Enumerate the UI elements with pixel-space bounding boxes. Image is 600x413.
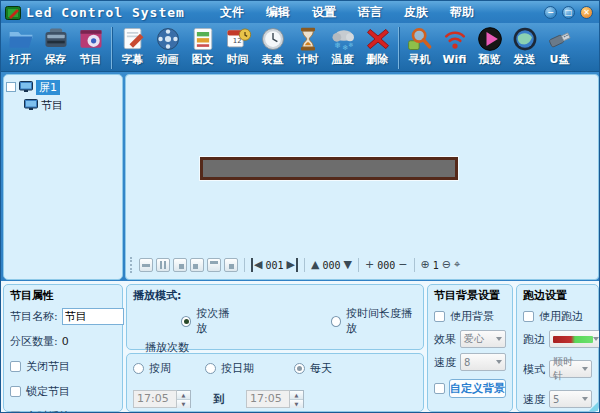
program-name-label: 节目名称: <box>10 309 58 324</box>
toolbar-time[interactable]: 12 时间 <box>220 25 255 71</box>
toolbar-graphic[interactable]: 图文 <box>185 25 220 71</box>
last-frame-button[interactable]: ▶ <box>287 258 298 272</box>
play-by-duration-radio-row[interactable]: 按时间长度播放 <box>331 306 417 336</box>
maximize-button[interactable]: □ <box>562 6 575 19</box>
close-program-checkbox[interactable] <box>10 361 21 372</box>
timed-play-label: 定时播放 <box>26 409 70 413</box>
use-border-label: 使用跑边 <box>539 309 583 324</box>
weekly-radio[interactable] <box>133 363 144 374</box>
toolbar-timer[interactable]: 计时 <box>290 25 325 71</box>
play-by-duration-radio[interactable] <box>331 316 341 327</box>
menu-file[interactable]: 文件 <box>213 2 251 23</box>
spinner-buttons[interactable]: ▲▼ <box>290 390 304 408</box>
layout-button-6[interactable] <box>224 258 238 272</box>
screen-checkbox[interactable] <box>6 82 16 92</box>
time-to-value[interactable]: 17:05 <box>246 390 290 408</box>
toolbar-find-device[interactable]: 寻机 <box>402 25 437 71</box>
use-border-row[interactable]: 使用跑边 <box>523 309 592 324</box>
tree-item-label[interactable]: 屏1 <box>36 80 60 95</box>
zoom-out-button[interactable]: ⊖ <box>442 258 451 272</box>
clock-dial-icon <box>259 25 287 53</box>
effect-dropdown[interactable]: 爱心 <box>460 330 506 348</box>
toolbar-usb[interactable]: U盘 <box>542 25 577 71</box>
daily-radio[interactable] <box>294 363 305 374</box>
toolbar-dial[interactable]: 表盘 <box>255 25 290 71</box>
spinner-buttons[interactable]: ▲▼ <box>177 390 191 408</box>
move-up-button[interactable]: ▲ <box>311 258 319 272</box>
toolbar-save[interactable]: 保存 <box>38 25 73 71</box>
send-icon <box>511 25 539 53</box>
tree-item-label[interactable]: 节目 <box>41 98 63 113</box>
program-name-input[interactable] <box>62 308 124 325</box>
daily-radio-row[interactable]: 每天 <box>294 361 332 376</box>
toolbar-open[interactable]: 打开 <box>3 25 38 71</box>
toolbar-program[interactable]: 节目 <box>73 25 108 71</box>
layout-button-4[interactable] <box>190 258 204 272</box>
menu-language[interactable]: 语言 <box>351 2 389 23</box>
menu-bar: 文件 编辑 设置 语言 皮肤 帮助 <box>213 2 481 23</box>
toolbar-temperature[interactable]: ❄❄❄ 温度 <box>325 25 360 71</box>
lock-program-row[interactable]: 锁定节目 <box>10 384 116 399</box>
add-count: 000 <box>377 260 395 271</box>
layout-button-2[interactable] <box>156 258 170 272</box>
separator <box>304 258 305 272</box>
close-button[interactable]: ✕ <box>580 6 593 19</box>
weekly-radio-row[interactable]: 按周 <box>133 361 171 376</box>
layout-button-1[interactable] <box>139 258 153 272</box>
menu-settings[interactable]: 设置 <box>305 2 343 23</box>
zoom-in-button[interactable]: ⊕ <box>421 258 430 272</box>
timed-play-row[interactable]: 定时播放 <box>10 409 116 413</box>
panel-title: 跑边设置 <box>523 288 592 303</box>
toolbar-delete[interactable]: 删除 <box>360 25 395 71</box>
play-by-times-radio[interactable] <box>181 316 191 327</box>
menu-help[interactable]: 帮助 <box>443 2 481 23</box>
resize-grip[interactable] <box>589 402 598 411</box>
tree-item-screen1[interactable]: 屏1 <box>6 79 120 95</box>
fit-view-button[interactable]: ⌖ <box>454 258 460 272</box>
toolbar-subtitle[interactable]: 字幕 <box>115 25 150 71</box>
panel-title: 播放模式: <box>133 288 417 303</box>
toolbar-separator <box>398 27 399 69</box>
border-settings-panel: 跑边设置 使用跑边 跑边 模式 顺时针 速度 5 <box>516 284 599 412</box>
move-down-button[interactable]: ▼ <box>344 258 352 272</box>
monitor-icon <box>19 81 33 93</box>
toolbar-wifi[interactable]: Wifi <box>437 25 472 71</box>
to-label: 到 <box>213 392 224 407</box>
toolbar-grip[interactable] <box>130 257 133 273</box>
menu-skin[interactable]: 皮肤 <box>397 2 435 23</box>
toolbar-send[interactable]: 发送 <box>507 25 542 71</box>
by-date-radio-row[interactable]: 按日期 <box>205 361 254 376</box>
bg-speed-dropdown[interactable]: 8 <box>460 353 506 371</box>
border-style-dropdown[interactable] <box>549 330 600 348</box>
svg-text:❄: ❄ <box>334 41 341 50</box>
time-from-value[interactable]: 17:05 <box>133 390 177 408</box>
close-program-row[interactable]: 关闭节目 <box>10 359 116 374</box>
remove-button[interactable]: − <box>398 258 407 272</box>
first-frame-button[interactable]: ◀ <box>251 258 262 272</box>
layout-button-3[interactable] <box>173 258 187 272</box>
play-by-times-radio-row[interactable]: 按次播放 <box>181 306 237 336</box>
custom-background-checkbox[interactable] <box>434 383 445 394</box>
spin-up-icon: ▲ <box>290 391 303 400</box>
layout-button-5[interactable] <box>207 258 221 272</box>
tree-item-program[interactable]: 节目 <box>24 97 120 113</box>
by-date-radio[interactable] <box>205 363 216 374</box>
border-speed-dropdown[interactable]: 5 <box>549 390 592 408</box>
led-preview-canvas[interactable]: ◀ 001 ▶ ▲ 000 ▼ + 000 − ⊕ 1 ⊖ ⌖ <box>125 74 599 280</box>
led-screen-area[interactable] <box>200 157 458 180</box>
title-bar: Led Control System 文件 编辑 设置 语言 皮肤 帮助 − □… <box>1 1 600 23</box>
toolbar-animation[interactable]: 动画 <box>150 25 185 71</box>
time-from-spinner[interactable]: 17:05 ▲▼ <box>133 390 191 408</box>
border-mode-dropdown[interactable]: 顺时针 <box>549 360 592 378</box>
toolbar-preview[interactable]: 预览 <box>472 25 507 71</box>
use-background-row[interactable]: 使用背景 <box>434 309 506 324</box>
time-to-spinner[interactable]: 17:05 ▲▼ <box>246 390 304 408</box>
add-button[interactable]: + <box>365 258 374 272</box>
lock-program-checkbox[interactable] <box>10 386 21 397</box>
custom-background-button[interactable]: 自定义背景 <box>449 379 506 398</box>
minimize-button[interactable]: − <box>544 6 557 19</box>
use-border-checkbox[interactable] <box>523 311 534 322</box>
daily-label: 每天 <box>310 361 332 376</box>
menu-edit[interactable]: 编辑 <box>259 2 297 23</box>
use-background-checkbox[interactable] <box>434 311 445 322</box>
